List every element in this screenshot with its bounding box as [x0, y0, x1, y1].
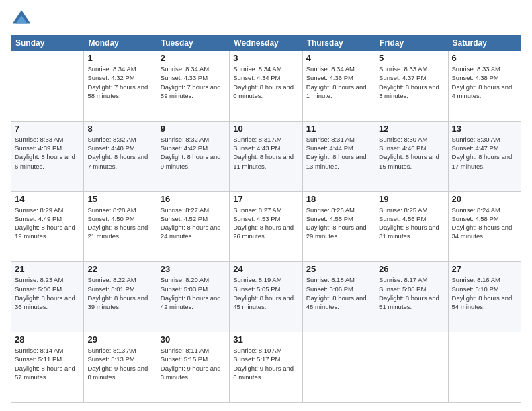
weekday-header-sunday: Sunday	[11, 36, 84, 51]
day-cell: 5Sunrise: 8:33 AMSunset: 4:37 PMDaylight…	[375, 51, 448, 122]
day-cell: 4Sunrise: 8:34 AMSunset: 4:36 PMDaylight…	[302, 51, 375, 122]
day-cell: 2Sunrise: 8:34 AMSunset: 4:33 PMDaylight…	[157, 51, 229, 122]
calendar-table: SundayMondayTuesdayWednesdayThursdayFrid…	[11, 35, 521, 403]
day-info: Sunrise: 8:14 AMSunset: 5:11 PMDaylight:…	[15, 346, 80, 381]
day-info: Sunrise: 8:34 AMSunset: 4:36 PMDaylight:…	[306, 64, 371, 100]
weekday-header-saturday: Saturday	[448, 36, 521, 51]
day-cell	[11, 51, 84, 122]
day-info: Sunrise: 8:27 AMSunset: 4:52 PMDaylight:…	[161, 205, 226, 241]
week-row-1: 1Sunrise: 8:34 AMSunset: 4:32 PMDaylight…	[11, 51, 521, 122]
day-number: 16	[161, 194, 226, 204]
day-number: 11	[306, 124, 371, 134]
day-cell: 26Sunrise: 8:17 AMSunset: 5:08 PMDayligh…	[375, 262, 448, 332]
day-info: Sunrise: 8:33 AMSunset: 4:37 PMDaylight:…	[379, 64, 444, 100]
day-number: 17	[233, 194, 298, 204]
weekday-header-wednesday: Wednesday	[230, 36, 302, 51]
day-info: Sunrise: 8:18 AMSunset: 5:06 PMDaylight:…	[306, 275, 371, 311]
day-cell: 13Sunrise: 8:30 AMSunset: 4:47 PMDayligh…	[448, 121, 521, 191]
day-info: Sunrise: 8:34 AMSunset: 4:33 PMDaylight:…	[161, 64, 226, 100]
day-number: 13	[452, 124, 517, 134]
day-number: 29	[87, 334, 152, 345]
day-cell: 27Sunrise: 8:16 AMSunset: 5:10 PMDayligh…	[448, 262, 521, 332]
day-number: 5	[379, 53, 444, 63]
day-number: 18	[306, 194, 371, 204]
day-info: Sunrise: 8:33 AMSunset: 4:38 PMDaylight:…	[452, 64, 517, 100]
logo-icon	[11, 8, 32, 30]
day-cell: 31Sunrise: 8:10 AMSunset: 5:17 PMDayligh…	[230, 332, 302, 403]
day-cell: 24Sunrise: 8:19 AMSunset: 5:05 PMDayligh…	[230, 262, 302, 332]
weekday-header-monday: Monday	[84, 36, 157, 51]
day-info: Sunrise: 8:31 AMSunset: 4:44 PMDaylight:…	[306, 135, 371, 171]
header	[11, 8, 521, 30]
day-number: 6	[452, 53, 517, 63]
day-number: 23	[161, 264, 226, 274]
day-number: 25	[306, 264, 371, 274]
day-cell: 6Sunrise: 8:33 AMSunset: 4:38 PMDaylight…	[448, 51, 521, 122]
day-cell: 25Sunrise: 8:18 AMSunset: 5:06 PMDayligh…	[302, 262, 375, 332]
day-info: Sunrise: 8:19 AMSunset: 5:05 PMDaylight:…	[233, 275, 298, 311]
day-number: 19	[379, 194, 444, 204]
day-cell: 16Sunrise: 8:27 AMSunset: 4:52 PMDayligh…	[157, 191, 229, 262]
day-cell	[448, 332, 521, 403]
day-cell: 19Sunrise: 8:25 AMSunset: 4:56 PMDayligh…	[375, 191, 448, 262]
day-info: Sunrise: 8:28 AMSunset: 4:50 PMDaylight:…	[87, 205, 152, 241]
day-cell: 12Sunrise: 8:30 AMSunset: 4:46 PMDayligh…	[375, 121, 448, 191]
day-cell: 22Sunrise: 8:22 AMSunset: 5:01 PMDayligh…	[84, 262, 157, 332]
day-cell	[302, 332, 375, 403]
week-row-4: 21Sunrise: 8:23 AMSunset: 5:00 PMDayligh…	[11, 262, 521, 332]
day-info: Sunrise: 8:25 AMSunset: 4:56 PMDaylight:…	[379, 205, 444, 241]
day-number: 28	[15, 334, 80, 345]
day-cell: 1Sunrise: 8:34 AMSunset: 4:32 PMDaylight…	[84, 51, 157, 122]
day-info: Sunrise: 8:27 AMSunset: 4:53 PMDaylight:…	[233, 205, 298, 241]
day-number: 15	[87, 194, 152, 204]
day-info: Sunrise: 8:10 AMSunset: 5:17 PMDaylight:…	[233, 346, 298, 381]
day-number: 22	[87, 264, 152, 274]
day-cell	[375, 332, 448, 403]
day-info: Sunrise: 8:16 AMSunset: 5:10 PMDaylight:…	[452, 275, 517, 311]
weekday-header-friday: Friday	[375, 36, 448, 51]
day-cell: 29Sunrise: 8:13 AMSunset: 5:13 PMDayligh…	[84, 332, 157, 403]
day-info: Sunrise: 8:31 AMSunset: 4:43 PMDaylight:…	[233, 135, 298, 171]
day-info: Sunrise: 8:34 AMSunset: 4:34 PMDaylight:…	[233, 64, 298, 100]
day-info: Sunrise: 8:23 AMSunset: 5:00 PMDaylight:…	[15, 275, 80, 311]
day-info: Sunrise: 8:20 AMSunset: 5:03 PMDaylight:…	[161, 275, 226, 311]
week-row-3: 14Sunrise: 8:29 AMSunset: 4:49 PMDayligh…	[11, 191, 521, 262]
day-number: 14	[15, 194, 80, 204]
day-number: 10	[233, 124, 298, 134]
weekday-header-tuesday: Tuesday	[157, 36, 229, 51]
day-cell: 8Sunrise: 8:32 AMSunset: 4:40 PMDaylight…	[84, 121, 157, 191]
day-info: Sunrise: 8:24 AMSunset: 4:58 PMDaylight:…	[452, 205, 517, 241]
day-cell: 7Sunrise: 8:33 AMSunset: 4:39 PMDaylight…	[11, 121, 84, 191]
day-cell: 15Sunrise: 8:28 AMSunset: 4:50 PMDayligh…	[84, 191, 157, 262]
day-cell: 30Sunrise: 8:11 AMSunset: 5:15 PMDayligh…	[157, 332, 229, 403]
day-cell: 9Sunrise: 8:32 AMSunset: 4:42 PMDaylight…	[157, 121, 229, 191]
day-info: Sunrise: 8:13 AMSunset: 5:13 PMDaylight:…	[87, 346, 152, 381]
day-number: 8	[87, 124, 152, 134]
day-number: 2	[161, 53, 226, 63]
day-info: Sunrise: 8:33 AMSunset: 4:39 PMDaylight:…	[15, 135, 80, 171]
week-row-2: 7Sunrise: 8:33 AMSunset: 4:39 PMDaylight…	[11, 121, 521, 191]
day-cell: 23Sunrise: 8:20 AMSunset: 5:03 PMDayligh…	[157, 262, 229, 332]
weekday-header-row: SundayMondayTuesdayWednesdayThursdayFrid…	[11, 36, 521, 51]
day-info: Sunrise: 8:11 AMSunset: 5:15 PMDaylight:…	[161, 346, 226, 381]
day-number: 1	[87, 53, 152, 63]
day-info: Sunrise: 8:32 AMSunset: 4:40 PMDaylight:…	[87, 135, 152, 171]
day-cell: 17Sunrise: 8:27 AMSunset: 4:53 PMDayligh…	[230, 191, 302, 262]
day-number: 9	[161, 124, 226, 134]
week-row-5: 28Sunrise: 8:14 AMSunset: 5:11 PMDayligh…	[11, 332, 521, 403]
day-number: 26	[379, 264, 444, 274]
day-cell: 28Sunrise: 8:14 AMSunset: 5:11 PMDayligh…	[11, 332, 84, 403]
day-number: 31	[233, 334, 298, 345]
day-number: 24	[233, 264, 298, 274]
calendar-page: SundayMondayTuesdayWednesdayThursdayFrid…	[0, 0, 532, 411]
day-info: Sunrise: 8:32 AMSunset: 4:42 PMDaylight:…	[161, 135, 226, 171]
day-cell: 21Sunrise: 8:23 AMSunset: 5:00 PMDayligh…	[11, 262, 84, 332]
day-number: 20	[452, 194, 517, 204]
day-number: 30	[161, 334, 226, 345]
day-info: Sunrise: 8:22 AMSunset: 5:01 PMDaylight:…	[87, 275, 152, 311]
day-info: Sunrise: 8:29 AMSunset: 4:49 PMDaylight:…	[15, 205, 80, 241]
day-cell: 20Sunrise: 8:24 AMSunset: 4:58 PMDayligh…	[448, 191, 521, 262]
day-cell: 11Sunrise: 8:31 AMSunset: 4:44 PMDayligh…	[302, 121, 375, 191]
day-info: Sunrise: 8:30 AMSunset: 4:46 PMDaylight:…	[379, 135, 444, 171]
weekday-header-thursday: Thursday	[302, 36, 375, 51]
